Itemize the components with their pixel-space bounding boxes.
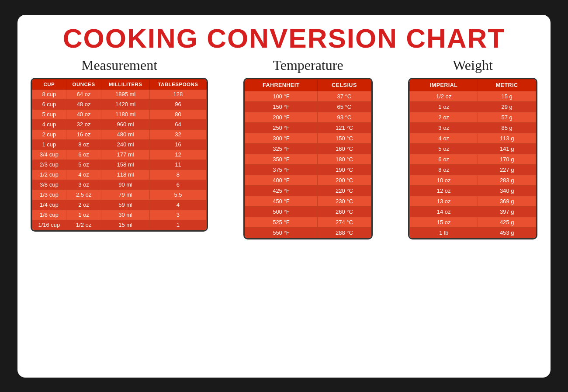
table-cell: 13 oz bbox=[410, 196, 478, 206]
table-cell: 350 °F bbox=[245, 154, 318, 164]
table-row: 2 oz57 g bbox=[410, 112, 536, 122]
table-row: 100 °F37 °C bbox=[245, 91, 371, 101]
table-row: 2 cup16 oz480 ml32 bbox=[32, 129, 207, 139]
col-header: TABLESPOONS bbox=[149, 79, 206, 89]
table-cell: 6 bbox=[149, 180, 206, 190]
col-header: IMPERIAL bbox=[410, 79, 478, 91]
table-cell: 57 g bbox=[478, 112, 536, 122]
table-cell: 16 oz bbox=[66, 129, 101, 139]
table-cell: 128 bbox=[149, 89, 206, 99]
table-cell: 5 oz bbox=[66, 160, 101, 170]
table-cell: 4 bbox=[149, 200, 206, 210]
table-row: 3 oz85 g bbox=[410, 122, 536, 133]
col-header: METRIC bbox=[478, 79, 536, 91]
table-row: 425 °F220 °C bbox=[245, 185, 371, 196]
table-row: 150 °F65 °C bbox=[245, 101, 371, 112]
sections-wrapper: Measurement CUPOUNCESMILLILITERSTABLESPO… bbox=[31, 57, 537, 367]
table-cell: 3 oz bbox=[410, 122, 478, 133]
table-row: 1 lb453 g bbox=[410, 227, 536, 238]
table-cell: 2 cup bbox=[32, 129, 66, 139]
table-cell: 1 cup bbox=[32, 139, 66, 149]
table-cell: 5.5 bbox=[149, 190, 206, 200]
table-row: 10 oz283 g bbox=[410, 175, 536, 185]
table-cell: 375 °F bbox=[245, 164, 318, 175]
table-cell: 16 bbox=[149, 139, 206, 149]
table-cell: 1/4 cup bbox=[32, 200, 66, 210]
table-row: 3/4 cup6 oz177 ml12 bbox=[32, 149, 207, 160]
table-cell: 220 °C bbox=[317, 185, 371, 196]
table-cell: 85 g bbox=[478, 122, 536, 133]
table-cell: 425 g bbox=[478, 217, 536, 227]
table-row: 525 °F274 °C bbox=[245, 217, 371, 227]
table-cell: 32 oz bbox=[66, 119, 101, 129]
table-cell: 4 oz bbox=[410, 133, 478, 143]
table-row: 13 oz369 g bbox=[410, 196, 536, 206]
table-cell: 200 °C bbox=[317, 175, 371, 185]
table-cell: 6 oz bbox=[410, 154, 478, 164]
table-cell: 170 g bbox=[478, 154, 536, 164]
col-header: CELSIUS bbox=[317, 79, 371, 91]
table-cell: 2 oz bbox=[410, 112, 478, 122]
table-cell: 3/4 cup bbox=[32, 149, 66, 160]
col-header: CUP bbox=[32, 79, 66, 89]
table-cell: 14 oz bbox=[410, 206, 478, 217]
table-cell: 8 bbox=[149, 170, 206, 180]
table-cell: 453 g bbox=[478, 227, 536, 238]
table-row: 400 °F200 °C bbox=[245, 175, 371, 185]
table-cell: 500 °F bbox=[245, 206, 318, 217]
table-cell: 158 ml bbox=[101, 160, 150, 170]
table-row: 375 °F190 °C bbox=[245, 164, 371, 175]
measurement-title: Measurement bbox=[81, 57, 157, 73]
table-row: 1/16 cup1/2 oz15 ml1 bbox=[32, 220, 207, 230]
table-cell: 40 oz bbox=[66, 109, 101, 119]
table-row: 1/2 cup4 oz118 ml8 bbox=[32, 170, 207, 180]
table-cell: 141 g bbox=[478, 143, 536, 154]
table-cell: 65 °C bbox=[317, 101, 371, 112]
table-cell: 48 oz bbox=[66, 99, 101, 109]
table-cell: 2.5 oz bbox=[66, 190, 101, 200]
table-cell: 121 °C bbox=[317, 122, 371, 133]
table-cell: 1/2 cup bbox=[32, 170, 66, 180]
table-cell: 397 g bbox=[478, 206, 536, 217]
table-row: 1 cup8 oz240 ml16 bbox=[32, 139, 207, 149]
table-row: 500 °F260 °C bbox=[245, 206, 371, 217]
table-row: 14 oz397 g bbox=[410, 206, 536, 217]
table-cell: 227 g bbox=[478, 164, 536, 175]
table-cell: 6 cup bbox=[32, 99, 66, 109]
table-cell: 15 ml bbox=[101, 220, 150, 230]
table-row: 3/8 cup3 oz90 ml6 bbox=[32, 180, 207, 190]
table-cell: 93 °C bbox=[317, 112, 371, 122]
table-row: 4 cup32 oz960 ml64 bbox=[32, 119, 207, 129]
table-cell: 1/8 cup bbox=[32, 210, 66, 220]
table-row: 450 °F230 °C bbox=[245, 196, 371, 206]
table-row: 325 °F160 °C bbox=[245, 143, 371, 154]
table-cell: 2/3 cup bbox=[32, 160, 66, 170]
table-cell: 1180 ml bbox=[101, 109, 150, 119]
table-cell: 12 oz bbox=[410, 185, 478, 196]
table-row: 4 oz113 g bbox=[410, 133, 536, 143]
table-cell: 190 °C bbox=[317, 164, 371, 175]
table-cell: 150 °C bbox=[317, 133, 371, 143]
col-header: OUNCES bbox=[66, 79, 101, 89]
table-row: 1/2 oz15 g bbox=[410, 91, 536, 101]
table-row: 1/4 cup2 oz59 ml4 bbox=[32, 200, 207, 210]
table-cell: 3 bbox=[149, 210, 206, 220]
col-header: FAHRENHEIT bbox=[245, 79, 318, 91]
table-cell: 1895 ml bbox=[101, 89, 150, 99]
table-cell: 1 lb bbox=[410, 227, 478, 238]
table-cell: 274 °C bbox=[317, 217, 371, 227]
table-cell: 1/2 oz bbox=[410, 91, 478, 101]
table-cell: 150 °F bbox=[245, 101, 318, 112]
table-cell: 80 bbox=[149, 109, 206, 119]
table-cell: 11 bbox=[149, 160, 206, 170]
table-cell: 230 °C bbox=[317, 196, 371, 206]
table-cell: 100 °F bbox=[245, 91, 318, 101]
table-cell: 113 g bbox=[478, 133, 536, 143]
table-cell: 3/8 cup bbox=[32, 180, 66, 190]
table-cell: 29 g bbox=[478, 101, 536, 112]
table-cell: 960 ml bbox=[101, 119, 150, 129]
table-row: 200 °F93 °C bbox=[245, 112, 371, 122]
table-cell: 5 cup bbox=[32, 109, 66, 119]
table-cell: 4 cup bbox=[32, 119, 66, 129]
table-row: 2/3 cup5 oz158 ml11 bbox=[32, 160, 207, 170]
